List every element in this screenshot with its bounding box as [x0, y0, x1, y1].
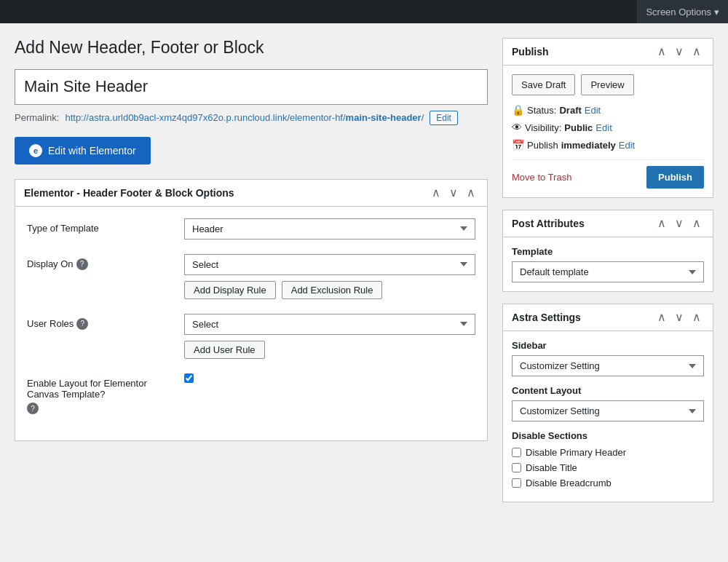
elementor-panel-header: Elementor - Header Footer & Block Option… [15, 180, 487, 207]
publish-button[interactable]: Publish [646, 166, 704, 189]
elementor-icon: e [29, 144, 42, 157]
screen-options-label: Screen Options [646, 7, 711, 17]
visibility-edit-link[interactable]: Edit [596, 122, 612, 133]
left-column: Add New Header, Footer or Block Permalin… [15, 38, 488, 514]
display-on-help-icon[interactable]: ? [76, 258, 88, 270]
disable-primary-header-row: Disable Primary Header [512, 447, 704, 458]
publish-bottom: Move to Trash Publish [512, 159, 704, 189]
disable-breadcrumb-row: Disable Breadcrumb [512, 478, 704, 488]
type-of-template-row: Type of Template Header Footer Block [27, 218, 475, 240]
publish-panel-title: Publish [512, 46, 549, 58]
permalink-link[interactable]: http://astra.urld0b9acl-xmz4qd97x62o.p.r… [65, 112, 424, 123]
status-row: 🔒 Status: Draft Edit [512, 104, 704, 116]
visibility-value: Public [564, 122, 593, 133]
add-exclusion-rule-button[interactable]: Add Exclusion Rule [282, 281, 383, 299]
panel-controls: ∧ ∨ ∧ [429, 186, 478, 200]
status-edit-link[interactable]: Edit [585, 105, 601, 116]
publish-time-value: immediately [561, 140, 616, 151]
sidebar-select[interactable]: Customizer Setting [512, 355, 704, 376]
add-user-rule-button[interactable]: Add User Rule [184, 341, 265, 359]
publish-actions-top: Save Draft Preview [512, 74, 704, 95]
status-text: Status: [527, 105, 556, 116]
enable-layout-row: Enable Layout for Elementor Canvas Templ… [27, 373, 475, 415]
enable-layout-checkbox[interactable] [184, 373, 194, 383]
save-draft-button[interactable]: Save Draft [512, 74, 575, 95]
astra-settings-body: Sidebar Customizer Setting Content Layou… [503, 331, 713, 502]
sidebar-label: Sidebar [512, 340, 704, 351]
edit-with-elementor-button[interactable]: e Edit with Elementor [15, 137, 151, 165]
astra-settings-header: Astra Settings ∧ ∨ ∧ [503, 304, 713, 331]
enable-layout-help-icon[interactable]: ? [27, 403, 39, 414]
disable-sections-label: Disable Sections [512, 430, 704, 441]
astra-settings-panel: Astra Settings ∧ ∨ ∧ Sidebar Customizer … [502, 304, 713, 502]
panel-toggle-button[interactable]: ∧ [464, 186, 478, 200]
publish-ctrl-collapse[interactable]: ∧ [689, 44, 704, 59]
astra-ctrl-collapse[interactable]: ∧ [689, 310, 704, 325]
enable-layout-help-area: ? [27, 403, 173, 415]
edit-elementor-label: Edit with Elementor [48, 145, 136, 157]
astra-ctrl-up[interactable]: ∧ [654, 310, 669, 325]
display-on-row: Display On ? Select Add Display Rule Add… [27, 254, 475, 299]
user-roles-help-icon[interactable]: ? [76, 318, 88, 330]
elementor-panel: Elementor - Header Footer & Block Option… [15, 179, 488, 442]
page-title: Add New Header, Footer or Block [15, 38, 488, 58]
edit-permalink-button[interactable]: Edit [430, 111, 458, 125]
post-attributes-title: Post Attributes [512, 218, 585, 229]
disable-primary-header-checkbox[interactable] [512, 448, 521, 457]
post-attributes-controls: ∧ ∨ ∧ [654, 216, 704, 231]
disable-title-checkbox[interactable] [512, 463, 521, 472]
enable-layout-control [184, 373, 475, 385]
top-bar: Screen Options ▾ [0, 0, 728, 23]
disable-breadcrumb-checkbox[interactable] [512, 478, 521, 488]
type-of-template-label: Type of Template [27, 218, 173, 234]
template-select[interactable]: Default template [512, 261, 704, 282]
astra-settings-title: Astra Settings [512, 312, 581, 323]
post-attr-ctrl-up[interactable]: ∧ [654, 216, 669, 231]
post-title-input[interactable] [15, 69, 488, 105]
display-on-control: Select Add Display Rule Add Exclusion Ru… [184, 254, 475, 299]
post-attributes-panel: Post Attributes ∧ ∨ ∧ Template Default t… [502, 210, 713, 292]
main-content: Add New Header, Footer or Block Permalin… [0, 23, 728, 529]
publish-panel: Publish ∧ ∨ ∧ Save Draft Preview 🔒 Statu… [502, 38, 713, 198]
permalink-url-suffix: / [422, 112, 424, 123]
publish-ctrl-up[interactable]: ∧ [654, 44, 669, 59]
enable-layout-label-text: Enable Layout for Elementor Canvas Templ… [27, 378, 173, 400]
add-display-rule-button[interactable]: Add Display Rule [184, 281, 276, 299]
content-layout-select[interactable]: Customizer Setting [512, 400, 704, 422]
user-roles-select[interactable]: Select [184, 314, 475, 335]
type-of-template-select[interactable]: Header Footer Block [184, 218, 475, 240]
template-label: Template [512, 246, 704, 257]
publish-time-edit-link[interactable]: Edit [619, 140, 635, 151]
elementor-panel-body: Type of Template Header Footer Block Dis… [15, 207, 487, 441]
right-column: Publish ∧ ∨ ∧ Save Draft Preview 🔒 Statu… [502, 38, 713, 514]
post-attr-ctrl-down[interactable]: ∨ [672, 216, 687, 231]
status-icon: 🔒 [512, 104, 524, 116]
user-rule-buttons: Add User Rule [184, 341, 475, 359]
publish-panel-body: Save Draft Preview 🔒 Status: Draft Edit … [503, 66, 713, 197]
permalink-row: Permalink: http://astra.urld0b9acl-xmz4q… [15, 111, 488, 125]
disable-breadcrumb-label: Disable Breadcrumb [526, 478, 612, 488]
content-layout-label: Content Layout [512, 385, 704, 396]
publish-ctrl-down[interactable]: ∨ [672, 44, 687, 59]
panel-collapse-down-button[interactable]: ∨ [446, 186, 461, 200]
display-rule-buttons: Add Display Rule Add Exclusion Rule [184, 281, 475, 299]
panel-collapse-up-button[interactable]: ∧ [429, 186, 443, 200]
astra-ctrl-down[interactable]: ∨ [672, 310, 687, 325]
status-value: Draft [559, 105, 581, 116]
publish-time-text: Publish [527, 140, 558, 151]
preview-button[interactable]: Preview [581, 74, 633, 95]
move-to-trash-link[interactable]: Move to Trash [512, 172, 571, 183]
display-on-label: Display On ? [27, 254, 173, 270]
elementor-panel-title: Elementor - Header Footer & Block Option… [24, 187, 234, 199]
publish-panel-header: Publish ∧ ∨ ∧ [503, 39, 713, 66]
user-roles-row: User Roles ? Select Add User Rule [27, 314, 475, 359]
type-of-template-control: Header Footer Block [184, 218, 475, 240]
publish-panel-controls: ∧ ∨ ∧ [654, 44, 704, 59]
chevron-down-icon: ▾ [714, 7, 719, 17]
enable-layout-label: Enable Layout for Elementor Canvas Templ… [27, 373, 173, 415]
screen-options-button[interactable]: Screen Options ▾ [637, 0, 728, 23]
permalink-label: Permalink: [15, 112, 59, 123]
user-roles-label: User Roles ? [27, 314, 173, 330]
post-attr-ctrl-collapse[interactable]: ∧ [689, 216, 704, 231]
display-on-select[interactable]: Select [184, 254, 475, 275]
